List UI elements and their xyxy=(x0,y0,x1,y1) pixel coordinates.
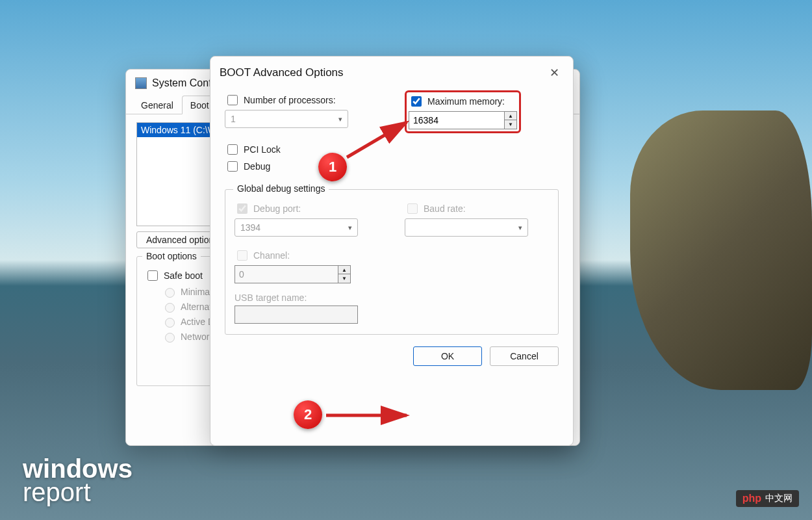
debug-port-label: Debug port: xyxy=(253,203,301,214)
annotation-marker-1: 1 xyxy=(318,153,347,181)
max-memory-input[interactable] xyxy=(409,111,505,129)
bootadv-titlebar: BOOT Advanced Options ✕ xyxy=(210,57,573,86)
max-memory-checkbox[interactable]: Maximum memory: xyxy=(409,94,517,109)
spinner-down-icon: ▼ xyxy=(338,274,350,283)
annotation-arrow-1 xyxy=(343,117,414,162)
baud-rate-select: ▾ xyxy=(405,218,528,237)
channel-label: Channel: xyxy=(253,250,290,261)
highlight-max-memory: Maximum memory: ▲▼ xyxy=(405,90,521,133)
ok-button[interactable]: OK xyxy=(413,346,482,366)
cancel-button[interactable]: Cancel xyxy=(490,346,559,366)
watermark-windows-report: windows report xyxy=(23,457,133,504)
spinner-down-icon[interactable]: ▼ xyxy=(505,120,516,129)
channel-checkbox: Channel: xyxy=(235,248,379,263)
debug-port-select: 1394▾ xyxy=(235,218,358,237)
close-icon[interactable]: ✕ xyxy=(544,66,564,80)
boot-options-label: Boot options xyxy=(142,251,201,261)
svg-line-0 xyxy=(347,122,407,157)
global-debug-label: Global debug settings xyxy=(233,183,329,194)
chevron-down-icon: ▾ xyxy=(348,224,352,232)
pci-lock-label: PCI Lock xyxy=(244,144,281,155)
max-memory-spinner[interactable]: ▲▼ xyxy=(505,111,517,129)
chevron-down-icon: ▾ xyxy=(338,115,342,124)
channel-input xyxy=(235,265,338,283)
spinner-up-icon[interactable]: ▲ xyxy=(505,112,516,120)
bootadv-title: BOOT Advanced Options xyxy=(220,66,344,79)
debug-label: Debug xyxy=(244,161,270,172)
tab-general[interactable]: General xyxy=(133,96,182,114)
max-memory-label: Maximum memory: xyxy=(427,96,505,107)
spinner-up-icon: ▲ xyxy=(338,266,350,274)
chevron-down-icon: ▾ xyxy=(518,224,522,232)
sysconf-icon xyxy=(135,77,147,89)
baud-rate-label: Baud rate: xyxy=(424,203,466,214)
num-processors-checkbox[interactable]: Number of processors: xyxy=(225,93,379,107)
usb-target-input xyxy=(235,306,358,324)
annotation-marker-2: 2 xyxy=(294,400,322,429)
num-processors-select[interactable]: 1▾ xyxy=(225,110,348,128)
debug-port-checkbox: Debug port: xyxy=(235,202,379,216)
boot-advanced-options-dialog: BOOT Advanced Options ✕ Number of proces… xyxy=(210,56,574,446)
global-debug-fieldset: Global debug settings Debug port: 1394▾ … xyxy=(225,189,559,335)
annotation-arrow-2 xyxy=(324,406,414,425)
channel-spinner: ▲▼ xyxy=(338,265,351,283)
num-processors-label: Number of processors: xyxy=(244,95,336,105)
safe-boot-label: Safe boot xyxy=(164,270,203,281)
baud-rate-checkbox: Baud rate: xyxy=(405,202,549,216)
usb-target-label: USB target name: xyxy=(235,292,379,303)
watermark-php-cn: php 中文网 xyxy=(736,490,799,507)
